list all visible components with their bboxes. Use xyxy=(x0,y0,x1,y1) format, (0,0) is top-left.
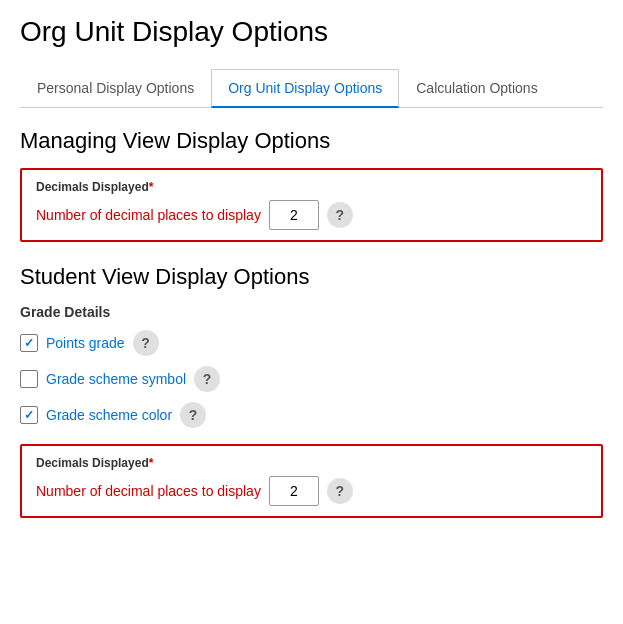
checkbox-points-grade[interactable] xyxy=(20,334,38,352)
grade-details-section: Grade Details Points grade ? Grade schem… xyxy=(20,304,603,428)
managing-help-button[interactable]: ? xyxy=(327,202,353,228)
student-field-label: Decimals Displayed* xyxy=(36,456,587,470)
label-grade-scheme-symbol[interactable]: Grade scheme symbol xyxy=(46,371,186,387)
checkbox-grade-scheme-color[interactable] xyxy=(20,406,38,424)
help-grade-scheme-symbol[interactable]: ? xyxy=(194,366,220,392)
tab-org-unit[interactable]: Org Unit Display Options xyxy=(211,69,399,108)
managing-field-row: Number of decimal places to display ? xyxy=(36,200,587,230)
managing-view-title: Managing View Display Options xyxy=(20,128,603,154)
managing-decimal-input[interactable] xyxy=(269,200,319,230)
page-title: Org Unit Display Options xyxy=(20,16,603,48)
student-field-row: Number of decimal places to display ? xyxy=(36,476,587,506)
managing-decimals-box: Decimals Displayed* Number of decimal pl… xyxy=(20,168,603,242)
label-grade-scheme-color[interactable]: Grade scheme color xyxy=(46,407,172,423)
student-view-section: Student View Display Options Grade Detai… xyxy=(20,264,603,518)
tabs-container: Personal Display Options Org Unit Displa… xyxy=(20,68,603,108)
student-view-title: Student View Display Options xyxy=(20,264,603,290)
managing-row-label: Number of decimal places to display xyxy=(36,207,261,223)
tab-personal[interactable]: Personal Display Options xyxy=(20,69,211,108)
help-points-grade[interactable]: ? xyxy=(133,330,159,356)
help-grade-scheme-color[interactable]: ? xyxy=(180,402,206,428)
managing-field-label: Decimals Displayed* xyxy=(36,180,587,194)
student-decimal-input[interactable] xyxy=(269,476,319,506)
label-points-grade[interactable]: Points grade xyxy=(46,335,125,351)
student-row-label: Number of decimal places to display xyxy=(36,483,261,499)
page-container: Org Unit Display Options Personal Displa… xyxy=(0,0,623,556)
checkbox-row-grade-scheme-symbol: Grade scheme symbol ? xyxy=(20,366,603,392)
grade-details-label: Grade Details xyxy=(20,304,603,320)
tab-calculation[interactable]: Calculation Options xyxy=(399,69,554,108)
checkbox-grade-scheme-symbol[interactable] xyxy=(20,370,38,388)
checkbox-row-points-grade: Points grade ? xyxy=(20,330,603,356)
student-decimals-box: Decimals Displayed* Number of decimal pl… xyxy=(20,444,603,518)
checkbox-row-grade-scheme-color: Grade scheme color ? xyxy=(20,402,603,428)
student-help-button[interactable]: ? xyxy=(327,478,353,504)
